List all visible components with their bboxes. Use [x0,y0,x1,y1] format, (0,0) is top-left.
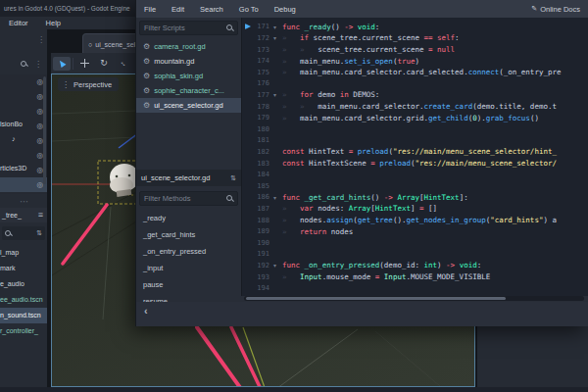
chevron-left-icon[interactable]: ‹ [144,305,148,317]
lower-panel-header[interactable]: _tree_ ≡ [0,208,47,222]
code-line: 187» var nodes: Array[HintText] = [] [242,203,588,215]
file-item[interactable]: r_controller_ [0,323,47,339]
line-number: 181 [242,136,273,144]
select-arrow-icon [58,59,67,68]
code-text: » main_menu.card_selector.grid.get_child… [282,114,539,122]
line-number: 193 [242,273,273,281]
tree-row[interactable]: ◎ [0,148,47,163]
file-list: l_mapmarke_audioee_audio.tscnn_sound.tsc… [0,245,47,339]
line-number: 185 [242,182,273,190]
search-icon[interactable] [21,61,27,68]
online-docs-button[interactable]: ✎ Online Docs [531,5,588,14]
file-item[interactable]: mark [0,261,47,276]
code-line: 178» » main_menu.card_selector.create_ca… [242,101,588,113]
fold-arrow-icon[interactable]: ▾ [273,262,282,269]
current-script-label: ui_scene_selector.gd [141,173,210,182]
script-item[interactable]: ⚙camera_root.gd [136,39,241,54]
line-number: 186 [242,193,273,201]
menu-help[interactable]: Help [37,19,70,27]
file-item[interactable]: n_sound.tscn [0,308,47,323]
tree-row[interactable]: ◎ [0,177,47,192]
file-filter-input[interactable]: ⇅ [2,226,45,240]
dock-splitter[interactable]: ⋮ [0,196,47,206]
current-script-row[interactable]: ui_scene_selector.gd ⇅ [136,170,241,186]
line-number: 173 [242,46,273,54]
move-tool-button[interactable] [75,57,93,71]
file-item[interactable]: ee_audio.tscn [0,292,47,308]
select-tool-button[interactable] [53,57,71,71]
script-label: mountain.gd [154,57,194,66]
code-text: » Input.mouse_mode = Input.MOUSE_MODE_VI… [282,272,490,281]
scrollbar-thumb[interactable] [246,297,506,300]
line-number: 182 [242,148,273,156]
code-text: » » scene_tree.current_scene = null [282,45,455,54]
scene-tree: ◎◎◎lsionBo◎♪◎◎rticles3D◎◎ [0,74,47,194]
filter-scripts-input[interactable]: Filter Scripts [139,21,238,35]
tree-node-label: lsionBo [0,121,23,127]
method-item[interactable]: _get_card_hints [136,226,241,243]
code-text: » main_menu.card_selector.card_selected.… [282,68,561,76]
fold-arrow-icon[interactable]: ▾ [273,24,282,30]
scale-tool-button[interactable]: ↔ [115,57,132,71]
tree-row[interactable]: ◎ [0,89,47,104]
horizontal-scrollbar[interactable] [244,296,584,301]
left-dock: ⋮ ⋮ ◎◎◎lsionBo◎♪◎◎rticles3D◎◎ ⋮ _tree_ ≡… [0,29,47,392]
script-item[interactable]: ⚙ui_scene_selector.gd [136,98,241,113]
script-icon: ⚙ [143,57,150,66]
tree-row[interactable]: ♪◎ [0,133,47,148]
scene-tree-scrollbar[interactable] [43,76,46,184]
dock-menu-icon[interactable]: ⋮ [37,35,45,44]
line-number: 174 [242,57,273,65]
kebab-menu-icon[interactable]: ⋮ [34,60,42,69]
tree-row[interactable]: ◎ [0,74,47,89]
tree-row[interactable]: rticles3D◎ [0,163,47,177]
scene-tab[interactable]: ○ ui_scene_selector [82,33,135,53]
script-item[interactable]: ⚙sophia_skin.gd [136,69,241,83]
code-text: » main_menu.set_is_open(true) [282,57,419,66]
code-line: 182const HintText = preload("res://main/… [242,146,588,158]
line-number: 190 [242,239,273,247]
code-line: 188» nodes.assign(get_tree().get_nodes_i… [242,215,588,226]
script-label: camera_root.gd [154,42,206,51]
fold-arrow-icon[interactable]: ▾ [273,34,282,41]
line-number: 170 [242,18,273,20]
code-editor[interactable]: 170171▾func _ready() -> void:172▾» if sc… [241,18,588,296]
tree-row[interactable]: lsionBo◎ [0,119,47,133]
fold-arrow-icon[interactable]: ▾ [273,194,282,201]
code-text: » var nodes: Array[HintText] = [] [282,204,437,213]
method-item[interactable]: _ready [136,210,241,226]
scene-tab-label: ui_scene_selector [95,41,135,48]
code-line: 177▾» for demo in DEMOS: [242,89,588,101]
rotate-tool-button[interactable]: ↻ [95,57,113,71]
line-number: 172 [242,34,273,42]
menu-debug[interactable]: Debug [267,5,304,14]
code-line: 191 [242,249,588,261]
tree-row[interactable]: ◎ [0,104,47,119]
kebab-menu-icon: ⋮ [62,80,70,89]
hamburger-icon[interactable]: ≡ [38,211,43,220]
method-item[interactable]: pause [136,276,241,293]
line-number: 177 [242,91,273,99]
line-number: 194 [242,284,273,292]
external-link-icon: ✎ [531,5,537,13]
filter-methods-input[interactable]: Filter Methods [139,191,238,206]
line-number: 184 [242,171,273,178]
sort-icon[interactable]: ⇅ [36,229,42,237]
right-dock-area [477,326,588,392]
bottom-strip [0,387,588,392]
fold-arrow-icon[interactable]: ▾ [273,91,282,98]
file-item[interactable]: e_audio [0,276,47,292]
perspective-menu[interactable]: ⋮ Perspective [58,77,119,91]
menu-search[interactable]: Search [192,5,231,14]
sort-icon[interactable]: ⇅ [230,174,236,182]
file-item[interactable]: l_map [0,245,47,261]
menu-editor[interactable]: Editor [0,19,37,27]
script-item[interactable]: ⚙sophie_character_c... [136,83,241,98]
tree-node-label: rticles3D [0,165,26,172]
menu-edit[interactable]: Edit [164,5,192,14]
script-item[interactable]: ⚙mountain.gd [136,54,241,69]
method-item[interactable]: _on_entry_pressed [136,243,241,260]
method-item[interactable]: _input [136,260,241,276]
menu-file[interactable]: File [136,5,164,14]
menu-go-to[interactable]: Go To [231,5,267,14]
